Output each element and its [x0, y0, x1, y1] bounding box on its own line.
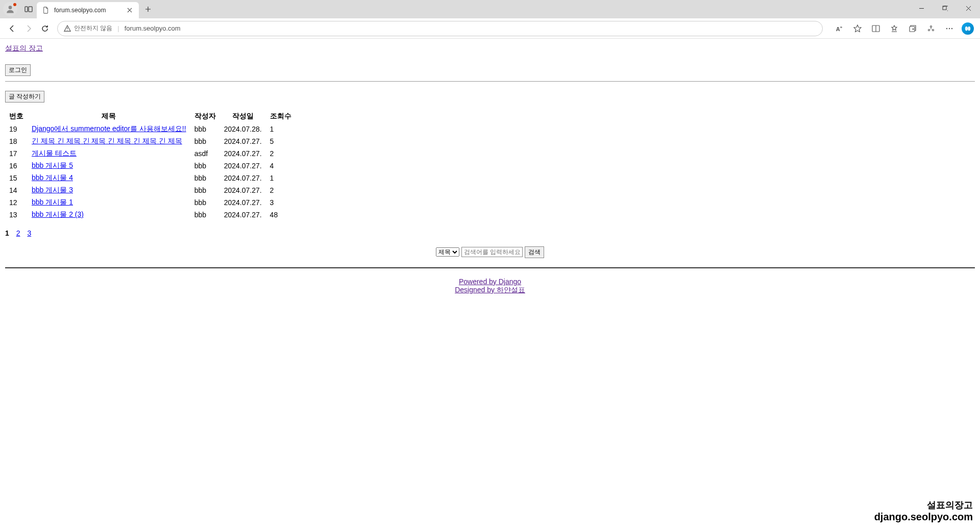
- favorites-bar-icon[interactable]: [886, 20, 902, 37]
- cell-title: bbb 게시물 1: [28, 196, 190, 209]
- browser-tab-active[interactable]: forum.seolpyo.com: [37, 2, 139, 18]
- cell-views: 5: [266, 135, 296, 147]
- security-indicator[interactable]: 안전하지 않음: [64, 24, 112, 33]
- split-screen-icon[interactable]: [868, 20, 884, 37]
- titlebar: forum.seolpyo.com: [0, 0, 980, 18]
- site-title-link[interactable]: 설표의 장고: [5, 44, 43, 52]
- col-title: 제목: [28, 110, 190, 123]
- post-title-link[interactable]: bbb 게시물 1: [32, 198, 73, 206]
- new-tab-button[interactable]: [141, 2, 155, 16]
- cell-title: bbb 게시물 2 (3): [28, 209, 190, 221]
- powered-by-link[interactable]: Powered by Django: [5, 277, 975, 286]
- cell-date: 2024.07.27.: [220, 172, 266, 184]
- table-row: 12bbb 게시물 1bbb2024.07.27.3: [5, 196, 296, 209]
- cell-no: 14: [5, 184, 28, 196]
- cell-author: bbb: [190, 160, 220, 172]
- cell-title: 게시물 테스트: [28, 147, 190, 160]
- search-area: 제목 검색: [5, 246, 975, 258]
- designed-by-link[interactable]: Designed by 하얀설표: [5, 286, 975, 295]
- svg-point-0: [9, 6, 12, 9]
- cell-no: 19: [5, 123, 28, 135]
- url-text: forum.seolpyo.com: [125, 24, 181, 32]
- cell-no: 13: [5, 209, 28, 221]
- table-row: 15bbb 게시물 4bbb2024.07.27.1: [5, 172, 296, 184]
- favorite-icon[interactable]: [849, 20, 866, 37]
- footer-divider: [5, 267, 975, 268]
- back-button[interactable]: [4, 20, 20, 37]
- table-row: 17게시물 테스트asdf2024.07.27.2: [5, 147, 296, 160]
- col-date: 작성일: [220, 110, 266, 123]
- posts-table: 번호 제목 작성자 작성일 조회수 19Django에서 summernote …: [5, 110, 296, 221]
- table-row: 18긴 제목 긴 제목 긴 제목 긴 제목 긴 제목 긴 제목bbb2024.0…: [5, 135, 296, 147]
- cell-date: 2024.07.27.: [220, 135, 266, 147]
- cell-date: 2024.07.28.: [220, 123, 266, 135]
- separator: |: [117, 24, 119, 32]
- table-row: 14bbb 게시물 3bbb2024.07.27.2: [5, 184, 296, 196]
- col-no: 번호: [5, 110, 28, 123]
- cell-views: 2: [266, 184, 296, 196]
- copilot-icon[interactable]: [960, 20, 976, 37]
- extensions-icon[interactable]: [923, 20, 939, 37]
- write-post-button[interactable]: 글 작성하기: [5, 91, 44, 103]
- browser-chrome: forum.seolpyo.com 안전하지 않음 | forum.se: [0, 0, 980, 39]
- minimize-button[interactable]: [910, 0, 933, 16]
- col-views: 조회수: [266, 110, 296, 123]
- login-button[interactable]: 로그인: [5, 64, 31, 76]
- divider: [5, 81, 975, 82]
- svg-rect-2: [29, 7, 32, 12]
- page-content: 설표의 장고 로그인 글 작성하기 번호 제목 작성자 작성일 조회수 19Dj…: [0, 39, 980, 309]
- search-field-select[interactable]: 제목: [436, 247, 459, 257]
- post-title-link[interactable]: Django에서 summernote editor를 사용해보세요!!: [32, 124, 186, 133]
- page-icon: [42, 6, 50, 14]
- col-author: 작성자: [190, 110, 220, 123]
- collections-icon[interactable]: [904, 20, 921, 37]
- page-link-2[interactable]: 2: [16, 229, 20, 237]
- post-title-link[interactable]: 게시물 테스트: [32, 149, 77, 157]
- cell-no: 16: [5, 160, 28, 172]
- cell-date: 2024.07.27.: [220, 184, 266, 196]
- more-icon[interactable]: [941, 20, 958, 37]
- svg-point-6: [930, 26, 932, 27]
- pagination: 1 2 3: [5, 229, 975, 237]
- svg-point-11: [951, 28, 952, 29]
- cell-title: bbb 게시물 3: [28, 184, 190, 196]
- search-input[interactable]: [461, 247, 523, 257]
- security-text: 안전하지 않음: [74, 24, 112, 33]
- site-title: 설표의 장고: [5, 44, 975, 53]
- svg-point-9: [946, 28, 947, 29]
- cell-views: 4: [266, 160, 296, 172]
- cell-title: bbb 게시물 5: [28, 160, 190, 172]
- post-title-link[interactable]: bbb 게시물 4: [32, 173, 73, 182]
- search-button[interactable]: 검색: [525, 246, 544, 258]
- svg-point-7: [928, 29, 930, 31]
- cell-date: 2024.07.27.: [220, 209, 266, 221]
- cell-views: 1: [266, 172, 296, 184]
- read-aloud-icon[interactable]: A»: [831, 20, 847, 37]
- post-title-link[interactable]: 긴 제목 긴 제목 긴 제목 긴 제목 긴 제목 긴 제목: [32, 137, 182, 145]
- cell-views: 2: [266, 147, 296, 160]
- cell-views: 3: [266, 196, 296, 209]
- cell-no: 17: [5, 147, 28, 160]
- post-title-link[interactable]: bbb 게시물 3: [32, 186, 73, 194]
- cell-date: 2024.07.27.: [220, 160, 266, 172]
- profile-icon[interactable]: [3, 2, 17, 16]
- cell-views: 1: [266, 123, 296, 135]
- post-title-link[interactable]: bbb 게시물 5: [32, 161, 73, 169]
- refresh-button[interactable]: [37, 20, 53, 37]
- close-icon[interactable]: [126, 6, 134, 14]
- cell-author: bbb: [190, 172, 220, 184]
- workspaces-icon[interactable]: [20, 1, 37, 17]
- window-controls: [910, 0, 980, 16]
- cell-views: 48: [266, 209, 296, 221]
- svg-point-10: [949, 28, 950, 29]
- post-title-link[interactable]: bbb 게시물 2 (3): [32, 210, 84, 218]
- maximize-button[interactable]: [933, 0, 957, 16]
- cell-author: bbb: [190, 135, 220, 147]
- address-bar[interactable]: 안전하지 않음 | forum.seolpyo.com: [57, 21, 823, 36]
- svg-rect-1: [25, 7, 28, 12]
- cell-no: 12: [5, 196, 28, 209]
- page-link-3[interactable]: 3: [27, 229, 31, 237]
- forward-button[interactable]: [20, 20, 37, 37]
- cell-author: asdf: [190, 147, 220, 160]
- close-window-button[interactable]: [957, 0, 980, 16]
